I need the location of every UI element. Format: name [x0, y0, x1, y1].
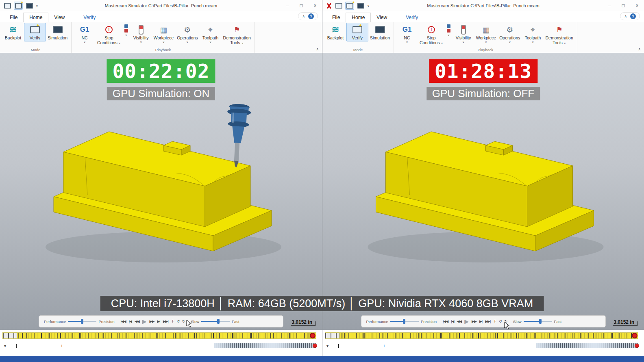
nc-button[interactable]: G1 NC ∨: [396, 23, 418, 45]
operations-button[interactable]: ⚙ Operations ∨: [498, 23, 522, 45]
toolpath-display-options-button[interactable]: ∨: [122, 23, 130, 39]
rewind-button[interactable]: ◀◀: [456, 319, 462, 323]
zoom-slider-handle[interactable]: [16, 344, 17, 348]
skip-to-end-button[interactable]: ▶▶|: [163, 319, 169, 323]
minimize-button[interactable]: –: [603, 0, 616, 11]
next-tool-change-button[interactable]: ↧: [493, 319, 496, 323]
demonstration-tools-button[interactable]: ⚑ Demonstration Tools ∨: [222, 23, 252, 47]
zoom-in-button[interactable]: +: [383, 344, 385, 348]
skip-to-start-button[interactable]: |◀◀: [442, 319, 448, 323]
workpiece-button[interactable]: ▦ Workpiece ∨: [152, 23, 175, 45]
tab-home[interactable]: Home: [23, 13, 48, 22]
toolpath-display-options-button[interactable]: ∨: [445, 23, 453, 39]
timeline-position-handle[interactable]: [310, 333, 315, 338]
menu-bar: File Home View Verify ∧ ?: [322, 11, 644, 22]
zoom-out-button[interactable]: −: [9, 344, 11, 348]
timeline-panel: ▾ − +: [322, 330, 644, 356]
3d-viewport[interactable]: 01:28:13 GPU Simulation: OFF Performance…: [322, 53, 644, 330]
ribbon-collapse-icon[interactable]: ∧: [638, 47, 641, 51]
speed-slider[interactable]: [524, 319, 552, 324]
verify-button[interactable]: ✦ Verify: [346, 23, 368, 41]
skip-to-start-button[interactable]: |◀◀: [120, 319, 126, 323]
title-bar: ✦ ∨ Mastercam Simulator C:\Part Files\B-…: [0, 0, 322, 11]
skip-to-end-button[interactable]: ▶▶|: [485, 319, 491, 323]
fast-forward-button[interactable]: ▶▶: [149, 319, 155, 323]
zoomed-timeline-handle[interactable]: [635, 344, 639, 348]
help-button[interactable]: ?: [630, 13, 636, 19]
qat-verify-button[interactable]: ✦: [14, 2, 23, 10]
zoomed-timeline-handle[interactable]: [313, 344, 317, 348]
timeline-zoom-slider[interactable]: [13, 346, 58, 346]
operations-button[interactable]: ⚙ Operations ∨: [175, 23, 199, 45]
fast-forward-button[interactable]: ▶▶: [471, 319, 477, 323]
qat-simulation-button[interactable]: [25, 2, 33, 9]
loop-button[interactable]: ↺: [176, 319, 180, 323]
timeline-options-icon[interactable]: ▾: [4, 344, 6, 348]
rewind-button[interactable]: ◀◀: [134, 319, 140, 323]
loop-button[interactable]: ↺: [498, 319, 502, 323]
help-button[interactable]: ?: [308, 13, 314, 19]
toolpath-button[interactable]: ⌖ Toolpath ∨: [200, 23, 222, 45]
step-back-button[interactable]: |◀: [450, 319, 454, 323]
tab-home[interactable]: Home: [346, 13, 371, 22]
playback-timeline[interactable]: [325, 332, 638, 339]
step-back-button[interactable]: |◀: [128, 319, 132, 323]
speed-slider[interactable]: [201, 319, 230, 324]
zoomed-timeline[interactable]: [536, 343, 638, 348]
qat-dropdown-icon[interactable]: ∨: [367, 4, 370, 8]
elapsed-timer: 01:28:13: [429, 59, 537, 83]
collapse-ribbon-button[interactable]: ∧: [624, 14, 627, 18]
nc-button[interactable]: G1 NC ∨: [74, 23, 96, 45]
verify-button[interactable]: ✦ Verify: [24, 23, 46, 41]
close-button[interactable]: ×: [630, 0, 644, 11]
stop-conditions-button[interactable]: Stop Conditions ∨: [418, 23, 445, 47]
chevron-down-icon: ∨: [119, 42, 121, 45]
timeline-zoom-row: ▾ − +: [326, 343, 638, 349]
quality-slider[interactable]: [68, 319, 96, 324]
next-tool-change-button[interactable]: ↧: [171, 319, 174, 323]
play-button[interactable]: ▶: [464, 318, 469, 325]
step-forward-button[interactable]: ▶|: [479, 319, 483, 323]
minimize-button[interactable]: –: [281, 0, 294, 11]
tab-view[interactable]: View: [371, 13, 393, 22]
close-button[interactable]: ×: [308, 0, 322, 11]
play-button[interactable]: ▶: [142, 318, 147, 325]
timeline-zoom-slider[interactable]: [336, 346, 381, 346]
ribbon-collapse-icon[interactable]: ∧: [316, 47, 319, 51]
qat-verify-button[interactable]: ✦: [345, 2, 354, 10]
tab-verify[interactable]: Verify: [78, 13, 101, 22]
simulation-button[interactable]: Simulation: [46, 23, 69, 41]
simulation-button[interactable]: Simulation: [368, 23, 392, 41]
repeat-section-button[interactable]: ↻: [182, 319, 185, 323]
timeline-options-icon[interactable]: ▾: [326, 344, 329, 348]
collapse-ribbon-button[interactable]: ∧: [302, 14, 305, 18]
maximize-button[interactable]: □: [616, 0, 630, 11]
toolpath-button[interactable]: ⌖ Toolpath ∨: [522, 23, 544, 45]
zoom-slider-handle[interactable]: [338, 344, 339, 348]
visibility-button[interactable]: Visibility ∨: [453, 23, 474, 45]
visibility-button[interactable]: Visibility ∨: [130, 23, 152, 45]
3d-viewport[interactable]: 00:22:02 GPU Simulation: ON Performance …: [0, 53, 322, 330]
backplot-button[interactable]: ≋ Backplot: [324, 23, 346, 41]
stop-conditions-button[interactable]: Stop Conditions ∨: [96, 23, 122, 47]
quality-slider[interactable]: [390, 319, 419, 324]
tab-view[interactable]: View: [48, 13, 70, 22]
playback-timeline[interactable]: [2, 332, 316, 339]
workpiece-button[interactable]: ▦ Workpiece ∨: [474, 23, 498, 45]
zoom-in-button[interactable]: +: [61, 344, 63, 348]
qat-simulation-button[interactable]: [357, 2, 365, 9]
slow-label: Slow: [513, 319, 522, 324]
zoomed-timeline[interactable]: [214, 343, 316, 348]
qat-backplot-button[interactable]: [3, 2, 11, 9]
demonstration-tools-button[interactable]: ⚑ Demonstration Tools ∨: [544, 23, 575, 47]
maximize-button[interactable]: □: [294, 0, 308, 11]
backplot-button[interactable]: ≋ Backplot: [2, 23, 24, 41]
tab-file[interactable]: File: [326, 13, 346, 22]
zoom-out-button[interactable]: −: [331, 344, 333, 348]
timeline-position-handle[interactable]: [632, 333, 637, 338]
tab-file[interactable]: File: [4, 13, 23, 22]
tab-verify[interactable]: Verify: [400, 13, 424, 22]
qat-dropdown-icon[interactable]: ∨: [36, 4, 38, 8]
qat-backplot-button[interactable]: [335, 2, 343, 9]
step-forward-button[interactable]: ▶|: [157, 319, 160, 323]
